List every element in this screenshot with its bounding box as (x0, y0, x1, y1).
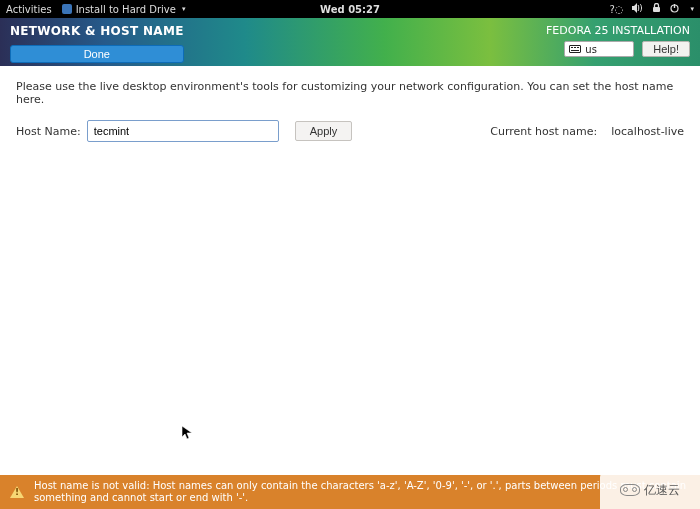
keyboard-layout-label: us (585, 44, 597, 55)
warning-text: Host name is not valid: Host names can o… (34, 480, 690, 505)
volume-icon[interactable] (632, 3, 643, 15)
chevron-down-icon: ▾ (690, 5, 694, 13)
keyboard-icon (569, 45, 581, 53)
power-icon[interactable] (670, 3, 679, 15)
main-content: Please use the live desktop environment'… (0, 66, 700, 142)
app-menu[interactable]: Install to Hard Drive ▾ (62, 4, 186, 15)
svg-rect-0 (653, 7, 660, 12)
done-button[interactable]: Done (10, 45, 184, 63)
anaconda-header: NETWORK & HOST NAME Done FEDORA 25 INSTA… (0, 18, 700, 66)
current-hostname-value: localhost-live (611, 125, 684, 138)
apply-button[interactable]: Apply (295, 121, 353, 141)
anaconda-logo-icon (62, 4, 72, 14)
page-title: NETWORK & HOST NAME (10, 24, 184, 38)
current-hostname-label: Current host name: (490, 125, 597, 138)
hostname-input[interactable] (87, 120, 279, 142)
warning-icon (10, 486, 24, 498)
instruction-text: Please use the live desktop environment'… (16, 80, 684, 106)
installer-name: FEDORA 25 INSTALLATION (546, 24, 690, 37)
chevron-down-icon: ▾ (182, 5, 186, 13)
hostname-label: Host Name: (16, 125, 81, 138)
accessibility-icon[interactable]: ?◌ (609, 4, 623, 15)
activities-button[interactable]: Activities (6, 4, 52, 15)
system-status-area[interactable]: ?◌ ▾ (609, 3, 694, 15)
mouse-cursor-icon (182, 426, 192, 440)
lock-icon[interactable] (652, 3, 661, 15)
help-button[interactable]: Help! (642, 41, 690, 57)
warning-bar: Host name is not valid: Host names can o… (0, 475, 700, 509)
keyboard-layout-indicator[interactable]: us (564, 41, 634, 57)
app-menu-title: Install to Hard Drive (76, 4, 176, 15)
hostname-row: Host Name: Apply Current host name: loca… (16, 120, 684, 142)
clock[interactable]: Wed 05:27 (320, 4, 380, 15)
gnome-top-bar: Activities Install to Hard Drive ▾ Wed 0… (0, 0, 700, 18)
